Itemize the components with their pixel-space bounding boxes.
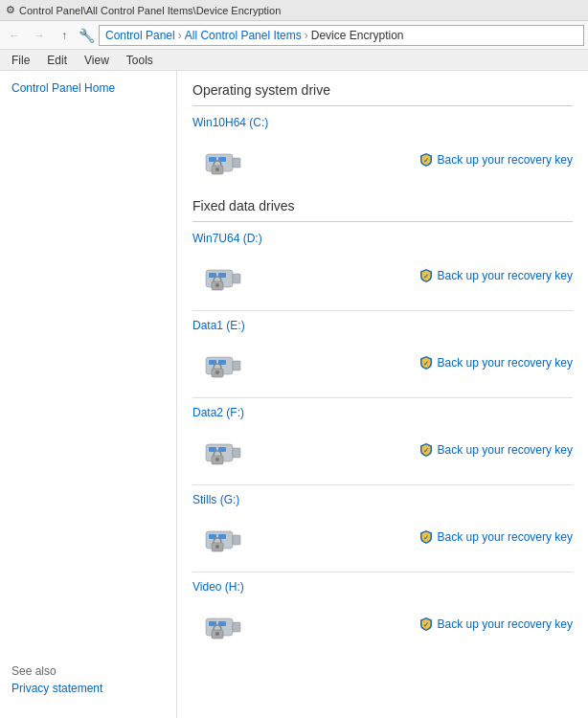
- sidebar-see-also-section: See also Privacy statement: [0, 657, 176, 703]
- recovery-label-c: Back up your recovery key: [438, 153, 573, 167]
- recovery-link-g[interactable]: ✓ Back up your recovery key: [418, 529, 573, 545]
- os-section-title: Operating system drive: [192, 82, 573, 98]
- os-section-divider: [192, 105, 573, 106]
- drive-icon-h: [200, 601, 246, 647]
- fixed-section-divider: [192, 221, 573, 222]
- svg-point-33: [215, 545, 219, 549]
- svg-text:✓: ✓: [423, 157, 429, 164]
- fixed-section: Fixed data drives Win7U64 (D:): [192, 198, 573, 655]
- drive-item-g: Stills (G:): [192, 493, 573, 568]
- drive-name-h[interactable]: Video (H:): [192, 580, 573, 594]
- svg-point-5: [215, 168, 219, 171]
- drive-icon-f: [200, 427, 246, 473]
- shield-icon-e: ✓: [418, 355, 434, 370]
- drive-icon-e: [200, 340, 246, 386]
- os-section: Operating system drive Win10H64 (C:): [192, 82, 573, 191]
- breadcrumb-sep-2: ›: [305, 29, 308, 42]
- svg-rect-29: [233, 535, 240, 545]
- recovery-link-f[interactable]: ✓ Back up your recovery key: [418, 442, 573, 458]
- menu-view[interactable]: View: [77, 52, 117, 69]
- breadcrumb-all-items[interactable]: All Control Panel Items: [185, 29, 302, 42]
- recovery-label-e: Back up your recovery key: [438, 356, 573, 370]
- drive-name-c[interactable]: Win10H64 (C:): [192, 116, 573, 129]
- drive-item-f: Data2 (F:): [192, 406, 573, 481]
- back-button[interactable]: ←: [4, 25, 25, 46]
- cp-icon: 🔧: [79, 28, 95, 43]
- svg-rect-1: [233, 158, 240, 168]
- drive-icon-g: [200, 514, 246, 560]
- svg-point-26: [215, 458, 219, 461]
- recovery-label-h: Back up your recovery key: [438, 617, 573, 631]
- svg-point-19: [215, 370, 219, 374]
- recovery-label-d: Back up your recovery key: [438, 269, 573, 282]
- drive-row-h: ✓ Back up your recovery key: [192, 597, 573, 655]
- svg-text:✓: ✓: [423, 273, 429, 280]
- drive-item-h: Video (H:): [192, 580, 573, 655]
- drive-row-c: ✓ Back up your recovery key: [192, 133, 573, 191]
- drive-icon-c: [200, 137, 246, 183]
- svg-text:✓: ✓: [423, 360, 429, 367]
- svg-text:✓: ✓: [423, 447, 429, 454]
- breadcrumb-current: Device Encryption: [311, 29, 404, 42]
- forward-button[interactable]: →: [29, 25, 50, 46]
- drive-name-d[interactable]: Win7U64 (D:): [192, 232, 573, 245]
- svg-rect-15: [233, 361, 240, 370]
- drive-item-e: Data1 (E:): [192, 319, 573, 393]
- sidebar: Control Panel Home See also Privacy stat…: [0, 71, 177, 718]
- drive-name-f[interactable]: Data2 (F:): [192, 406, 573, 419]
- fixed-section-title: Fixed data drives: [192, 198, 573, 213]
- main-layout: Control Panel Home See also Privacy stat…: [0, 71, 588, 718]
- drive-icon-d: [200, 253, 246, 299]
- shield-icon-f: ✓: [418, 442, 434, 458]
- content-area: Operating system drive Win10H64 (C:): [177, 71, 588, 718]
- see-also-label: See also: [11, 664, 165, 678]
- sidebar-home-link[interactable]: Control Panel Home: [0, 79, 176, 98]
- recovery-link-c[interactable]: ✓ Back up your recovery key: [418, 152, 573, 168]
- svg-point-40: [215, 632, 219, 636]
- drive-row-g: ✓ Back up your recovery key: [192, 510, 573, 568]
- svg-rect-36: [233, 622, 240, 632]
- title-bar-icon: ⚙: [6, 4, 15, 16]
- address-bar: ← → ↑ 🔧 Control Panel › All Control Pane…: [0, 21, 588, 50]
- drive-row-e: ✓ Back up your recovery key: [192, 336, 573, 393]
- svg-text:✓: ✓: [423, 621, 429, 628]
- drive-item-d: Win7U64 (D:): [192, 232, 573, 306]
- recovery-link-d[interactable]: ✓ Back up your recovery key: [418, 268, 573, 283]
- svg-rect-8: [233, 274, 240, 283]
- recovery-label-f: Back up your recovery key: [438, 443, 573, 457]
- drive-name-g[interactable]: Stills (G:): [192, 493, 573, 506]
- up-button[interactable]: ↑: [54, 25, 75, 46]
- menu-edit[interactable]: Edit: [39, 52, 75, 69]
- breadcrumb-sep-1: ›: [178, 29, 182, 42]
- shield-icon-c: ✓: [418, 152, 434, 168]
- drive-row-f: ✓ Back up your recovery key: [192, 423, 573, 481]
- privacy-statement-link[interactable]: Privacy statement: [11, 682, 102, 695]
- recovery-label-g: Back up your recovery key: [438, 530, 573, 544]
- recovery-link-e[interactable]: ✓ Back up your recovery key: [418, 355, 573, 370]
- menu-file[interactable]: File: [4, 52, 37, 69]
- title-bar-text: Control Panel\All Control Panel Items\De…: [19, 5, 281, 16]
- title-bar: ⚙ Control Panel\All Control Panel Items\…: [0, 0, 588, 21]
- menu-bar: File Edit View Tools: [0, 50, 588, 71]
- drive-name-e[interactable]: Data1 (E:): [192, 319, 573, 332]
- breadcrumb: Control Panel › All Control Panel Items …: [99, 25, 584, 46]
- drive-row-d: ✓ Back up your recovery key: [192, 249, 573, 306]
- svg-rect-22: [233, 448, 240, 458]
- svg-text:✓: ✓: [423, 534, 429, 541]
- svg-point-12: [215, 283, 219, 287]
- shield-icon-d: ✓: [418, 268, 434, 283]
- shield-icon-g: ✓: [418, 529, 434, 545]
- drive-item-c: Win10H64 (C:): [192, 116, 573, 191]
- recovery-link-h[interactable]: ✓ Back up your recovery key: [418, 617, 573, 632]
- shield-icon-h: ✓: [418, 617, 434, 632]
- menu-tools[interactable]: Tools: [119, 52, 161, 69]
- breadcrumb-control-panel[interactable]: Control Panel: [105, 29, 175, 42]
